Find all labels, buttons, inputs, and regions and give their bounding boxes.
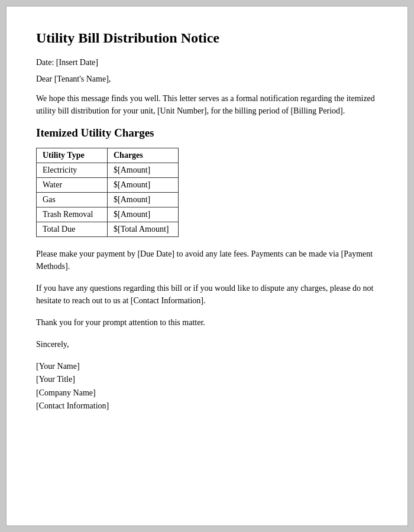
- charges-cell: $[Total Amount]: [108, 222, 179, 237]
- utility-type-cell: Electricity: [37, 163, 108, 178]
- payment-paragraph: Please make your payment by [Due Date] t…: [36, 248, 378, 273]
- signature-block: [Your Name] [Your Title] [Company Name] …: [36, 360, 378, 413]
- section-heading: Itemized Utility Charges: [36, 126, 378, 140]
- utility-type-cell: Water: [37, 178, 108, 193]
- thank-you: Thank you for your prompt attention to t…: [36, 316, 378, 329]
- signature-company: [Company Name]: [36, 387, 378, 400]
- intro-paragraph: We hope this message finds you well. Thi…: [36, 92, 378, 117]
- utility-type-cell: Gas: [37, 193, 108, 207]
- table-row: Water$[Amount]: [37, 178, 179, 193]
- table-row: Trash Removal$[Amount]: [37, 207, 179, 222]
- dispute-paragraph: If you have any questions regarding this…: [36, 282, 378, 307]
- document-container: Utility Bill Distribution Notice Date: […: [6, 6, 408, 526]
- charges-cell: $[Amount]: [108, 193, 179, 207]
- col-header-utility-type: Utility Type: [37, 148, 108, 163]
- charges-table: Utility Type Charges Electricity$[Amount…: [36, 148, 179, 237]
- date-line: Date: [Insert Date]: [36, 58, 378, 67]
- table-row: Gas$[Amount]: [37, 193, 179, 207]
- signature-contact: [Contact Information]: [36, 400, 378, 413]
- salutation: Dear [Tenant's Name],: [36, 74, 378, 84]
- charges-cell: $[Amount]: [108, 207, 179, 222]
- utility-type-cell: Trash Removal: [37, 207, 108, 222]
- table-row: Electricity$[Amount]: [37, 163, 179, 178]
- signature-title: [Your Title]: [36, 373, 378, 386]
- utility-type-cell: Total Due: [37, 222, 108, 237]
- signature-name: [Your Name]: [36, 360, 378, 373]
- charges-cell: $[Amount]: [108, 178, 179, 193]
- document-title: Utility Bill Distribution Notice: [36, 30, 378, 46]
- charges-cell: $[Amount]: [108, 163, 179, 178]
- closing: Sincerely,: [36, 338, 378, 351]
- col-header-charges: Charges: [108, 148, 179, 163]
- table-row: Total Due$[Total Amount]: [37, 222, 179, 237]
